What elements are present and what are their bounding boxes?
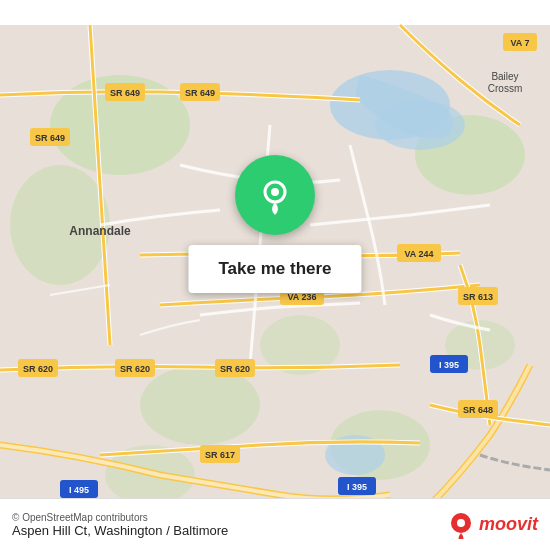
svg-text:SR 649: SR 649 — [35, 133, 65, 143]
pin-circle — [235, 155, 315, 235]
moovit-pin-icon — [447, 511, 475, 539]
svg-text:Bailey: Bailey — [491, 71, 518, 82]
take-me-there-button[interactable]: Take me there — [188, 245, 361, 293]
svg-text:SR 613: SR 613 — [463, 292, 493, 302]
osm-attribution: © OpenStreetMap contributors — [12, 512, 228, 523]
svg-text:Annandale: Annandale — [69, 224, 131, 238]
svg-text:VA 236: VA 236 — [287, 292, 316, 302]
bottom-bar: © OpenStreetMap contributors Aspen Hill … — [0, 498, 550, 550]
svg-text:I 395: I 395 — [347, 482, 367, 492]
moovit-brand-text: moovit — [479, 514, 538, 535]
svg-text:SR 649: SR 649 — [110, 88, 140, 98]
svg-point-46 — [271, 188, 279, 196]
svg-text:I 495: I 495 — [69, 485, 89, 495]
moovit-logo: moovit — [447, 511, 538, 539]
svg-text:SR 617: SR 617 — [205, 450, 235, 460]
svg-text:VA 244: VA 244 — [404, 249, 433, 259]
svg-text:SR 620: SR 620 — [220, 364, 250, 374]
svg-text:SR 620: SR 620 — [120, 364, 150, 374]
map-pin-area — [235, 155, 315, 235]
location-pin-icon — [255, 175, 295, 215]
svg-text:SR 648: SR 648 — [463, 405, 493, 415]
svg-text:I 395: I 395 — [439, 360, 459, 370]
svg-text:VA 7: VA 7 — [510, 38, 529, 48]
location-info: © OpenStreetMap contributors Aspen Hill … — [12, 512, 228, 538]
svg-text:Crossm: Crossm — [488, 83, 522, 94]
svg-text:SR 649: SR 649 — [185, 88, 215, 98]
map-container: SR 649 SR 649 SR 649 VA 7 VA 244 VA 236 … — [0, 0, 550, 550]
svg-text:SR 620: SR 620 — [23, 364, 53, 374]
svg-point-48 — [457, 519, 465, 527]
location-name: Aspen Hill Ct, Washington / Baltimore — [12, 523, 228, 538]
